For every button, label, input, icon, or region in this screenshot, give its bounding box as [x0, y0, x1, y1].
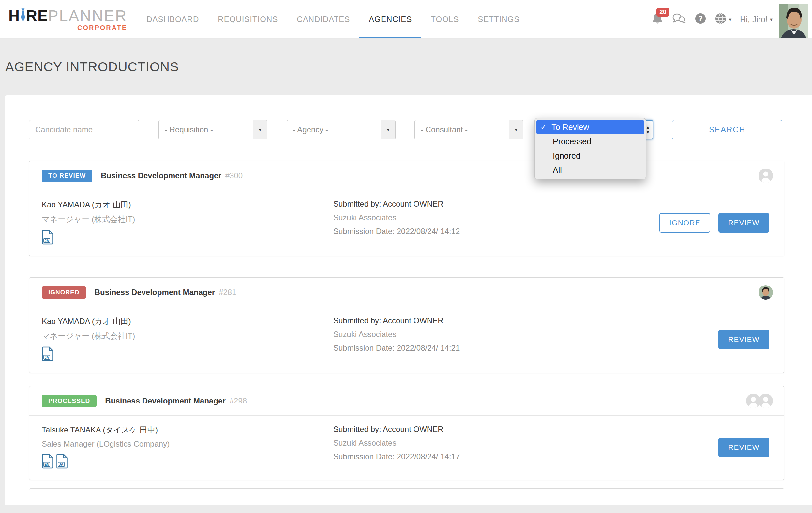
introduction-card: TO REVIEW Business Development Manager #…	[29, 161, 784, 256]
candidate-role: Sales Manager (LOgistics Company)	[42, 439, 333, 449]
agency-select-value: - Agency -	[287, 120, 381, 139]
logo-tagline: CORPORATE	[8, 25, 127, 31]
review-button[interactable]: REVIEW	[718, 330, 769, 350]
check-icon: ✓	[540, 123, 547, 132]
tie-icon	[20, 8, 26, 24]
page-title: AGENCY INTRODUCTIONS	[5, 60, 812, 74]
chevron-down-icon: ▾	[729, 16, 731, 23]
candidate-name: Kao YAMADA (カオ 山田)	[42, 200, 333, 210]
candidate-name: Taisuke TANAKA (タイスケ 田中)	[42, 425, 333, 435]
introduction-card: PROCESSED Business Development Manager #…	[29, 386, 784, 480]
consultant-avatars	[760, 285, 773, 300]
resume-documents: JA	[42, 346, 333, 363]
submission-info: Submitted by: Account OWNER Suzuki Assoc…	[333, 425, 718, 470]
stepper-icon: ▲▼	[646, 125, 650, 134]
caret-down-icon: ▼	[381, 120, 395, 139]
svg-text:?: ?	[698, 14, 703, 23]
status-dropdown-menu: ✓ To Review Processed Ignored All	[534, 118, 646, 179]
introduction-card: IGNORED Business Development Manager #28…	[29, 277, 784, 373]
caret-down-icon: ▼	[253, 120, 267, 139]
submitted-by: Submitted by: Account OWNER	[333, 316, 718, 325]
resume-doc-ja-icon[interactable]: JA	[42, 230, 54, 246]
content-panel: - Requisition - ▼ - Agency - ▼ - Consult…	[5, 95, 812, 505]
status-badge: PROCESSED	[42, 395, 96, 407]
consultant-select[interactable]: - Consultant - ▼	[414, 120, 523, 140]
nav-settings[interactable]: SETTINGS	[468, 0, 529, 38]
logo-text-h: H	[8, 8, 20, 23]
submission-info: Submitted by: Account OWNER Suzuki Assoc…	[333, 316, 718, 363]
chevron-down-icon: ▾	[770, 16, 773, 23]
resume-doc-ja-icon[interactable]: JA	[56, 454, 68, 470]
candidate-name-input[interactable]	[29, 120, 139, 140]
requisition-select-value: - Requisition -	[159, 120, 253, 139]
help-icon: ?	[695, 13, 706, 26]
svg-text:JA: JA	[45, 239, 49, 242]
header-actions: 20 ?	[651, 12, 773, 26]
status-badge: IGNORED	[42, 286, 86, 299]
status-option-to-review[interactable]: ✓ To Review	[536, 120, 644, 134]
help-button[interactable]: ?	[695, 13, 706, 26]
requisition-select[interactable]: - Requisition - ▼	[158, 120, 267, 140]
user-menu[interactable]: Hi, Jiro! ▾	[740, 15, 773, 24]
chat-bubbles-icon	[672, 13, 686, 25]
status-option-processed[interactable]: Processed	[535, 134, 646, 149]
svg-text:JA: JA	[59, 462, 64, 466]
nav-agencies[interactable]: AGENCIES	[359, 0, 421, 38]
resume-documents: EN JA	[42, 454, 333, 470]
nav-dashboard[interactable]: DASHBOARD	[137, 0, 208, 38]
candidate-name: Kao YAMADA (カオ 山田)	[42, 316, 333, 327]
review-button[interactable]: REVIEW	[718, 213, 769, 233]
submission-date: Submission Date: 2022/08/24/ 14:12	[333, 227, 659, 236]
avatar-placeholder	[758, 394, 773, 408]
nav-tools[interactable]: TOOLS	[421, 0, 468, 38]
filter-bar: - Requisition - ▼ - Agency - ▼ - Consult…	[29, 120, 812, 140]
notifications-button[interactable]: 20	[651, 12, 663, 26]
requisition-title: Business Development Manager	[94, 288, 215, 297]
agency-name: Suzuki Associates	[333, 330, 718, 339]
candidate-info: Taisuke TANAKA (タイスケ 田中) Sales Manager (…	[42, 425, 333, 470]
review-button[interactable]: REVIEW	[718, 438, 769, 457]
card-actions: REVIEW	[718, 438, 769, 457]
candidate-info: Kao YAMADA (カオ 山田) マネージャー (株式会社IT) JA	[42, 316, 333, 363]
card-actions: REVIEW	[718, 330, 769, 350]
card-body: Kao YAMADA (カオ 山田) マネージャー (株式会社IT) JA Su…	[29, 190, 784, 256]
card-actions: IGNORE REVIEW	[659, 213, 769, 233]
messages-button[interactable]	[672, 13, 686, 25]
logo-wordmark: H RE PLANNER	[8, 7, 127, 24]
search-button[interactable]: SEARCH	[672, 120, 782, 140]
resume-doc-en-icon[interactable]: EN	[42, 454, 54, 470]
svg-text:EN: EN	[45, 462, 49, 466]
consultant-select-value: - Consultant -	[415, 120, 509, 139]
agency-select[interactable]: - Agency - ▼	[287, 120, 396, 140]
nav-candidates[interactable]: CANDIDATES	[287, 0, 359, 38]
requisition-title: Business Development Manager	[105, 396, 225, 405]
candidate-role: マネージャー (株式会社IT)	[42, 214, 333, 224]
next-card-partial	[29, 488, 784, 498]
submission-date: Submission Date: 2022/08/24/ 14:21	[333, 343, 718, 353]
submission-info: Submitted by: Account OWNER Suzuki Assoc…	[333, 200, 659, 246]
resume-documents: JA	[42, 230, 333, 246]
avatar-placeholder	[758, 169, 773, 183]
language-selector[interactable]: ▾	[715, 13, 731, 26]
submission-date: Submission Date: 2022/08/24/ 14:17	[333, 452, 718, 461]
main-nav: DASHBOARD REQUISITIONS CANDIDATES AGENCI…	[137, 0, 529, 38]
status-badge: TO REVIEW	[42, 170, 92, 182]
resume-doc-ja-icon[interactable]: JA	[42, 346, 54, 363]
status-option-all[interactable]: All	[535, 163, 646, 177]
status-option-ignored[interactable]: Ignored	[535, 149, 646, 163]
user-greeting: Hi, Jiro!	[740, 15, 767, 24]
agency-name: Suzuki Associates	[333, 213, 659, 222]
card-body: Taisuke TANAKA (タイスケ 田中) Sales Manager (…	[29, 416, 784, 480]
hireplanner-logo[interactable]: H RE PLANNER CORPORATE	[8, 7, 127, 31]
ignore-button[interactable]: IGNORE	[659, 213, 710, 233]
logo-text-planner: PLANNER	[48, 8, 127, 23]
globe-icon	[715, 13, 727, 26]
card-header: PROCESSED Business Development Manager #…	[29, 386, 784, 416]
avatar-photo	[758, 285, 773, 300]
notification-count-badge: 20	[657, 8, 669, 17]
svg-text:JA: JA	[45, 355, 49, 359]
candidate-role: マネージャー (株式会社IT)	[42, 331, 333, 341]
nav-requisitions[interactable]: REQUISITIONS	[208, 0, 287, 38]
candidate-info: Kao YAMADA (カオ 山田) マネージャー (株式会社IT) JA	[42, 200, 333, 246]
user-avatar-photo[interactable]	[779, 4, 808, 38]
